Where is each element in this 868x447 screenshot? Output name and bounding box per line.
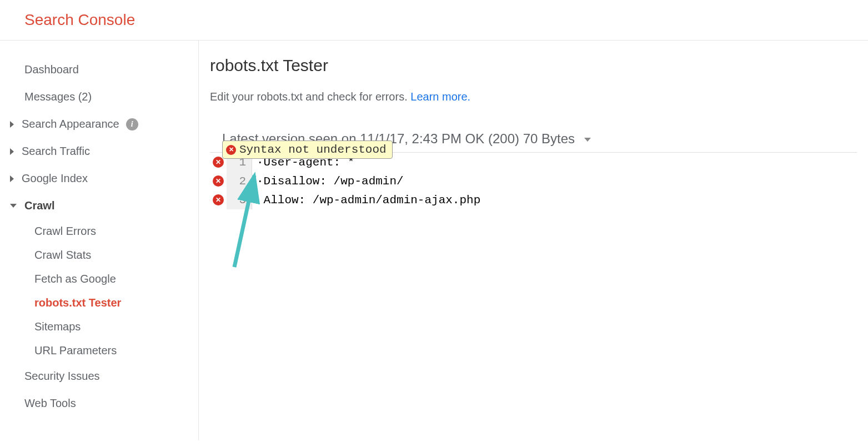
sidebar-subitem-url-parameters[interactable]: URL Parameters bbox=[0, 339, 198, 363]
sidebar-label: robots.txt Tester bbox=[34, 297, 121, 309]
app-title: Search Console bbox=[24, 11, 844, 29]
subtitle-text: Edit your robots.txt and check for error… bbox=[210, 91, 410, 103]
app-header: Search Console bbox=[0, 0, 868, 41]
sidebar-label: Google Index bbox=[22, 172, 88, 185]
sidebar-item-search-traffic[interactable]: Search Traffic bbox=[0, 138, 198, 165]
sidebar-label: Messages (2) bbox=[24, 91, 92, 103]
error-icon bbox=[213, 175, 224, 187]
chevron-down-icon bbox=[584, 138, 591, 142]
sidebar-item-security-issues[interactable]: Security Issues bbox=[0, 363, 198, 390]
sidebar-item-messages[interactable]: Messages (2) bbox=[0, 83, 198, 111]
caret-right-icon bbox=[10, 175, 14, 182]
line-content[interactable]: ·Disallow: /wp-admin/ bbox=[252, 175, 404, 188]
sidebar-label: Sitemaps bbox=[34, 320, 81, 333]
sidebar-subitem-robots-tester[interactable]: robots.txt Tester bbox=[0, 291, 198, 315]
learn-more-link[interactable]: Learn more. bbox=[410, 91, 470, 103]
sidebar-subitem-crawl-stats[interactable]: Crawl Stats bbox=[0, 243, 198, 267]
robots-editor[interactable]: 1 ·User-agent: * 2 ·Disallow: /wp-admin/… bbox=[210, 152, 857, 209]
sidebar-label: Search Appearance bbox=[22, 118, 119, 130]
line-number: 3 bbox=[227, 190, 252, 209]
caret-down-icon bbox=[10, 204, 17, 208]
sidebar-item-google-index[interactable]: Google Index bbox=[0, 165, 198, 192]
caret-right-icon bbox=[10, 148, 14, 155]
page-subtitle: Edit your robots.txt and check for error… bbox=[210, 91, 857, 103]
gutter-error bbox=[210, 175, 227, 187]
line-number: 2 bbox=[227, 172, 252, 190]
caret-right-icon bbox=[10, 121, 14, 128]
page-title: robots.txt Tester bbox=[210, 56, 857, 75]
sidebar-label: URL Parameters bbox=[34, 344, 117, 356]
tooltip-text: Syntax not understood bbox=[239, 143, 387, 156]
sidebar-label: Security Issues bbox=[24, 370, 100, 383]
editor-line: 3 Allow: /wp-admin/admin-ajax.php bbox=[210, 190, 857, 209]
sidebar-item-crawl[interactable]: Crawl bbox=[0, 192, 198, 219]
sidebar-label: Web Tools bbox=[24, 397, 76, 410]
sidebar-label: Dashboard bbox=[24, 63, 79, 76]
sidebar-item-dashboard[interactable]: Dashboard bbox=[0, 56, 198, 83]
sidebar-subitem-sitemaps[interactable]: Sitemaps bbox=[0, 315, 198, 339]
sidebar: Dashboard Messages (2) Search Appearance… bbox=[0, 41, 199, 440]
error-icon bbox=[213, 157, 224, 168]
editor-line: 2 ·Disallow: /wp-admin/ bbox=[210, 172, 857, 190]
error-icon bbox=[226, 145, 236, 155]
info-icon[interactable]: i bbox=[126, 118, 138, 130]
sidebar-label: Crawl bbox=[24, 199, 54, 212]
sidebar-subitem-fetch-as-google[interactable]: Fetch as Google bbox=[0, 267, 198, 291]
main-content: robots.txt Tester Edit your robots.txt a… bbox=[199, 41, 868, 440]
error-icon bbox=[213, 194, 224, 205]
sidebar-item-web-tools[interactable]: Web Tools bbox=[0, 390, 198, 417]
error-tooltip: Syntax not understood bbox=[222, 140, 393, 159]
sidebar-item-search-appearance[interactable]: Search Appearance i bbox=[0, 111, 198, 138]
sidebar-label: Crawl Errors bbox=[34, 225, 96, 237]
sidebar-subitem-crawl-errors[interactable]: Crawl Errors bbox=[0, 219, 198, 243]
sidebar-label: Crawl Stats bbox=[34, 249, 91, 261]
sidebar-label: Fetch as Google bbox=[34, 273, 116, 285]
sidebar-label: Search Traffic bbox=[22, 145, 90, 158]
line-content[interactable]: Allow: /wp-admin/admin-ajax.php bbox=[252, 194, 480, 207]
gutter-error bbox=[210, 194, 227, 205]
